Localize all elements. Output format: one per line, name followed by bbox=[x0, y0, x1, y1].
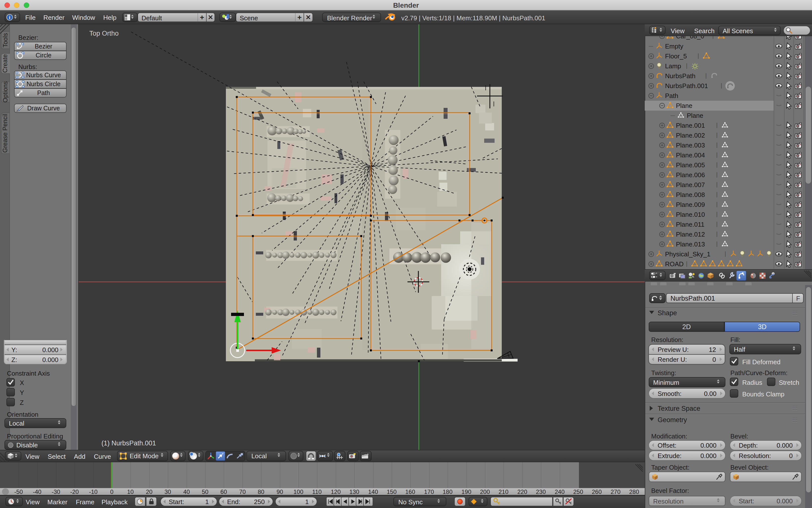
svg-text:Top Ortho: Top Ortho bbox=[89, 30, 119, 37]
svg-text:(1) NurbsPath.001: (1) NurbsPath.001 bbox=[101, 439, 156, 447]
